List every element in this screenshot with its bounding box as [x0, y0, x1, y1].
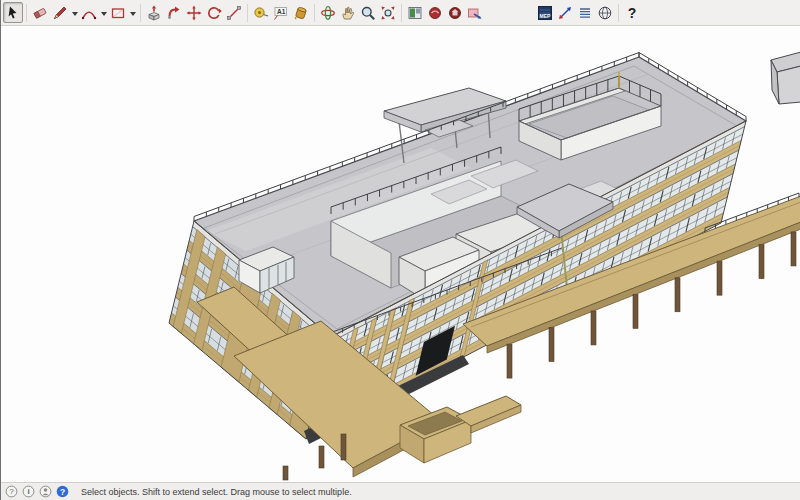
follow-me-icon	[166, 5, 182, 21]
select-arrow-icon	[5, 5, 21, 21]
toolbar-separator	[247, 4, 248, 22]
help-button[interactable]: ?	[622, 2, 642, 23]
svg-text:?: ?	[60, 487, 65, 497]
globe-icon	[597, 5, 613, 21]
tape-measure-icon	[253, 5, 269, 21]
text-label-icon: A1	[273, 5, 289, 21]
get-models-button[interactable]	[405, 2, 425, 23]
rotate-icon	[206, 5, 222, 21]
help-status-icon[interactable]: ?	[56, 485, 69, 498]
arc-tool-button[interactable]	[79, 2, 99, 23]
magnifier-icon	[360, 5, 376, 21]
toolbar-separator	[314, 4, 315, 22]
follow-me-tool-button[interactable]	[164, 2, 184, 23]
toolbar-separator	[618, 4, 619, 22]
select-tool-button[interactable]	[3, 2, 23, 23]
line-tool-button[interactable]	[50, 2, 70, 23]
globe-help-button[interactable]	[595, 2, 615, 23]
zoom-extents-button[interactable]	[378, 2, 398, 23]
scale-icon	[226, 5, 242, 21]
line-tool-dropdown[interactable]	[70, 2, 79, 23]
push-pull-tool-button[interactable]	[144, 2, 164, 23]
extension-warehouse-button[interactable]	[445, 2, 465, 23]
rectangle-tool-button[interactable]	[108, 2, 128, 23]
toolbar-separator	[140, 4, 141, 22]
eraser-tool-button[interactable]	[30, 2, 50, 23]
main-toolbar: A1	[1, 0, 800, 26]
push-pull-icon	[146, 5, 162, 21]
pencil-icon	[52, 5, 68, 21]
text-tool-button[interactable]: A1	[271, 2, 291, 23]
extension-warehouse-icon	[447, 5, 463, 21]
entity-list-button[interactable]	[575, 2, 595, 23]
text-tool-glyph: A1	[277, 8, 286, 15]
send-to-layout-icon	[467, 5, 483, 21]
sketchup-window: { "toolbar": { "tools": [ {"name": "sele…	[0, 0, 800, 500]
paint-bucket-tool-button[interactable]	[291, 2, 311, 23]
credits-status-icon[interactable]: i	[22, 485, 35, 498]
mep-plugin-button[interactable]: MEP	[535, 2, 555, 23]
arc-tool-dropdown[interactable]	[99, 2, 108, 23]
status-message: Select objects. Shift to extend select. …	[81, 487, 352, 497]
orbit-icon	[320, 5, 336, 21]
paint-bucket-icon	[293, 5, 309, 21]
building-model-viewport[interactable]	[1, 26, 800, 482]
toolbar-separator	[401, 4, 402, 22]
arc-icon	[81, 5, 97, 21]
modeling-canvas[interactable]	[1, 26, 800, 482]
dimension-link-button[interactable]	[555, 2, 575, 23]
rectangle-icon	[110, 5, 126, 21]
zoom-extents-icon	[380, 5, 396, 21]
rotate-tool-button[interactable]	[204, 2, 224, 23]
pan-tool-button[interactable]	[338, 2, 358, 23]
rectangle-tool-dropdown[interactable]	[128, 2, 137, 23]
svg-text:i: i	[27, 487, 29, 496]
send-to-layout-button[interactable]	[465, 2, 485, 23]
share-model-icon	[427, 5, 443, 21]
sign-in-status-icon[interactable]	[39, 485, 52, 498]
move-icon	[186, 5, 202, 21]
share-model-button[interactable]	[425, 2, 445, 23]
geolocation-status-icon[interactable]: ?	[5, 485, 18, 498]
dimension-link-icon	[557, 5, 573, 21]
pan-hand-icon	[340, 5, 356, 21]
mep-plugin-icon: MEP	[537, 5, 553, 21]
move-tool-button[interactable]	[184, 2, 204, 23]
tape-measure-tool-button[interactable]	[251, 2, 271, 23]
scale-tool-button[interactable]	[224, 2, 244, 23]
eraser-icon	[32, 5, 48, 21]
toolbar-separator	[26, 4, 27, 22]
orbit-tool-button[interactable]	[318, 2, 338, 23]
status-bar: ? i ? Select objects. Shift to extend se…	[1, 482, 800, 500]
zoom-tool-button[interactable]	[358, 2, 378, 23]
svg-text:?: ?	[9, 487, 14, 496]
get-models-icon	[407, 5, 423, 21]
help-glyph: ?	[628, 5, 637, 21]
list-icon	[577, 5, 593, 21]
mep-glyph: MEP	[540, 13, 552, 19]
